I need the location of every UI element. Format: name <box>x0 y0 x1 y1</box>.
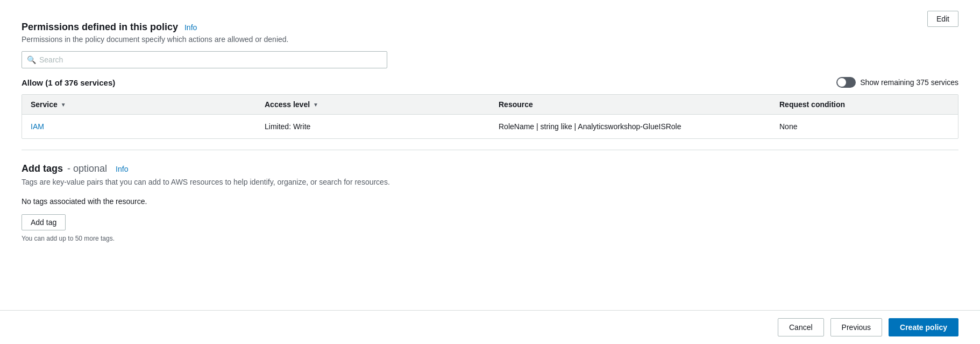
permissions-title: Permissions defined in this policy <box>22 22 178 32</box>
edit-button[interactable]: Edit <box>927 11 958 27</box>
previous-button[interactable]: Previous <box>830 318 882 336</box>
tags-subtitle: Tags are key-value pairs that you can ad… <box>22 178 958 186</box>
access-level-sort-icon: ▼ <box>313 102 318 108</box>
cell-service: IAM <box>22 115 256 139</box>
tags-optional-label: - optional <box>67 163 107 174</box>
show-remaining-toggle[interactable] <box>836 77 856 88</box>
page-wrapper: Edit Permissions defined in this policy … <box>0 0 980 344</box>
permissions-title-row: Permissions defined in this policy Info <box>22 22 958 33</box>
table-row: IAM Limited: Write RoleName | string lik… <box>22 115 958 139</box>
cancel-button[interactable]: Cancel <box>778 318 824 336</box>
tags-section: Add tags - optional Info Tags are key-va… <box>0 150 980 251</box>
tags-info-link[interactable]: Info <box>116 165 128 173</box>
tags-title: Add tags <box>22 163 63 174</box>
create-policy-button[interactable]: Create policy <box>889 318 958 336</box>
service-sort-icon: ▼ <box>61 102 66 108</box>
add-tag-button[interactable]: Add tag <box>22 214 66 230</box>
add-tag-hint: You can add up to 50 more tags. <box>22 235 958 242</box>
permissions-section: Permissions defined in this policy Info … <box>0 11 980 150</box>
col-access-level[interactable]: Access level ▼ <box>256 95 490 115</box>
footer: Cancel Previous Create policy <box>0 310 980 344</box>
show-remaining-wrapper: Show remaining 375 services <box>836 77 958 88</box>
search-icon: 🔍 <box>27 55 36 64</box>
toggle-thumb <box>837 78 846 87</box>
table-header-row: Service ▼ Access level ▼ Resource <box>22 95 958 115</box>
permissions-info-link[interactable]: Info <box>184 23 197 32</box>
cell-resource: RoleName | string like | Analyticsworksh… <box>490 115 771 139</box>
show-remaining-label: Show remaining 375 services <box>860 78 958 87</box>
cell-request-condition: None <box>771 115 958 139</box>
col-request-condition: Request condition <box>771 95 958 115</box>
search-wrapper: 🔍 <box>22 51 387 68</box>
no-tags-text: No tags associated with the resource. <box>22 197 958 206</box>
col-resource: Resource <box>490 95 771 115</box>
search-input[interactable] <box>22 51 387 68</box>
cell-access-level: Limited: Write <box>256 115 490 139</box>
allow-row: Allow (1 of 376 services) Show remaining… <box>22 77 958 88</box>
col-service[interactable]: Service ▼ <box>22 95 256 115</box>
permissions-table-container: Service ▼ Access level ▼ Resource <box>22 94 958 139</box>
permissions-table: Service ▼ Access level ▼ Resource <box>22 95 958 138</box>
permissions-subtitle: Permissions in the policy document speci… <box>22 35 958 44</box>
iam-link[interactable]: IAM <box>31 122 44 131</box>
tags-title-row: Add tags - optional Info <box>22 163 958 174</box>
allow-label: Allow (1 of 376 services) <box>22 78 115 87</box>
